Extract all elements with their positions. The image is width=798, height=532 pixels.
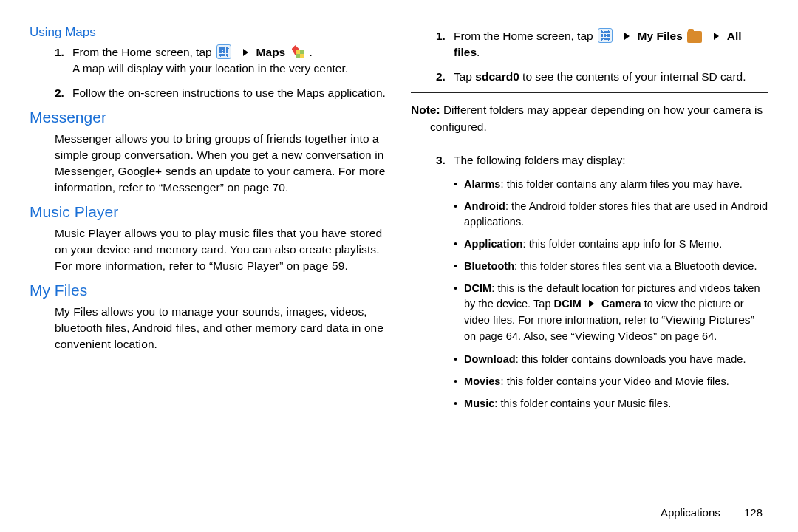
maps-pin-icon <box>290 44 305 59</box>
music-ref: “Music Player” <box>209 259 287 272</box>
myfiles-step-2: Tap sdcard0 to see the contents of your … <box>436 69 768 85</box>
folder-name: Movies <box>464 375 500 387</box>
folder-name: Application <box>464 238 523 250</box>
text: : this folder contains app info for S Me… <box>523 238 723 250</box>
list-item: Android: the Android folder stores files… <box>454 199 768 230</box>
using-maps-steps: From the Home screen, tap Maps . A map w… <box>30 44 387 101</box>
sdcard0-label: sdcard0 <box>475 70 519 83</box>
text: on page 59. <box>287 259 348 272</box>
folder-name: Bluetooth <box>464 260 514 272</box>
folder-name: Android <box>464 200 505 212</box>
music-paragraph: Music Player allows you to play music fi… <box>30 225 387 274</box>
text: : this folder stores files sent via a Bl… <box>514 260 757 272</box>
text: The following folders may display: <box>454 154 626 166</box>
text: on page 64. Also, see <box>464 330 571 342</box>
apps-grid-icon <box>598 28 613 43</box>
camera-label: Camera <box>601 298 641 310</box>
dcim-label: DCIM <box>554 298 582 310</box>
list-item: Application: this folder contains app in… <box>454 236 768 252</box>
text: Follow the on-screen instructions to use… <box>72 86 386 99</box>
heading-my-files: My Files <box>30 282 387 299</box>
folder-name: Alarms <box>464 178 500 190</box>
heading-music-player: Music Player <box>30 203 387 221</box>
divider <box>411 92 768 93</box>
folder-list: Alarms: this folder contains any alarm f… <box>411 177 768 412</box>
text: on page 64. <box>657 330 717 342</box>
text: : this folder contains downloads you hav… <box>516 353 746 365</box>
heading-using-maps: Using Maps <box>30 25 387 40</box>
list-item: Download: this folder contains downloads… <box>454 352 768 367</box>
footer-section: Applications <box>661 506 720 519</box>
note-label: Note: <box>411 103 443 116</box>
myfiles-steps-b: The following folders may display: <box>411 152 768 168</box>
myfiles-step-1: From the Home screen, tap My Files All f… <box>436 28 768 61</box>
using-maps-step-2: Follow the on-screen instructions to use… <box>55 85 387 101</box>
list-item: Alarms: this folder contains any alarm f… <box>454 177 768 192</box>
apps-grid-icon <box>216 44 231 59</box>
arrow-icon <box>714 33 719 40</box>
folder-name: Music <box>464 398 494 409</box>
page: Using Maps From the Home screen, tap Map… <box>0 0 798 532</box>
right-column: From the Home screen, tap My Files All f… <box>399 25 768 519</box>
text: Tap <box>454 70 475 83</box>
myfiles-step-3: The following folders may display: <box>436 152 768 168</box>
heading-messenger: Messenger <box>30 109 387 126</box>
myfiles-paragraph: My Files allows you to manage your sound… <box>30 304 387 352</box>
note-text: Different folders may appear depending o… <box>430 103 763 132</box>
text: : this folder contains any alarm files y… <box>500 178 742 190</box>
page-footer: Applications 128 <box>661 506 763 519</box>
list-item: DCIM: this is the default location for p… <box>454 281 768 345</box>
myfiles-steps-a: From the Home screen, tap My Files All f… <box>411 28 768 85</box>
text: : the Android folder stores files that a… <box>464 200 768 228</box>
text: on page 70. <box>227 181 288 194</box>
list-item: Bluetooth: this folder stores files sent… <box>454 259 768 274</box>
using-maps-step-1: From the Home screen, tap Maps . A map w… <box>55 44 387 78</box>
arrow-icon <box>243 49 248 56</box>
list-item: Music: this folder contains your Music f… <box>454 396 768 412</box>
footer-page-number: 128 <box>744 506 763 519</box>
messenger-paragraph: Messenger allows you to bring groups of … <box>30 131 387 196</box>
text: . <box>310 46 313 58</box>
folder-name: DCIM <box>464 282 491 294</box>
viewing-pictures-ref: “Viewing Pictures” <box>661 313 754 326</box>
viewing-videos-ref: “Viewing Videos” <box>571 330 658 342</box>
maps-label: Maps <box>256 46 286 58</box>
text: From the Home screen, tap <box>72 46 215 58</box>
folder-name: Download <box>464 353 516 365</box>
left-column: Using Maps From the Home screen, tap Map… <box>30 25 399 519</box>
myfiles-label: My Files <box>638 30 683 42</box>
text: to see the contents of your internal SD … <box>519 70 746 83</box>
divider <box>411 143 768 143</box>
arrow-icon <box>624 33 630 40</box>
messenger-ref: “Messenger” <box>159 181 228 194</box>
note: Note: Different folders may appear depen… <box>411 102 768 135</box>
list-item: Movies: this folder contains your Video … <box>454 374 768 389</box>
text: A map will display with your location in… <box>72 62 348 75</box>
folder-icon <box>687 31 702 43</box>
text: : this folder contains your Music files. <box>494 398 671 409</box>
text: From the Home screen, tap <box>454 30 596 42</box>
text: : this folder contains your Video and Mo… <box>500 375 729 387</box>
arrow-icon <box>589 300 594 307</box>
text: . <box>477 46 480 58</box>
